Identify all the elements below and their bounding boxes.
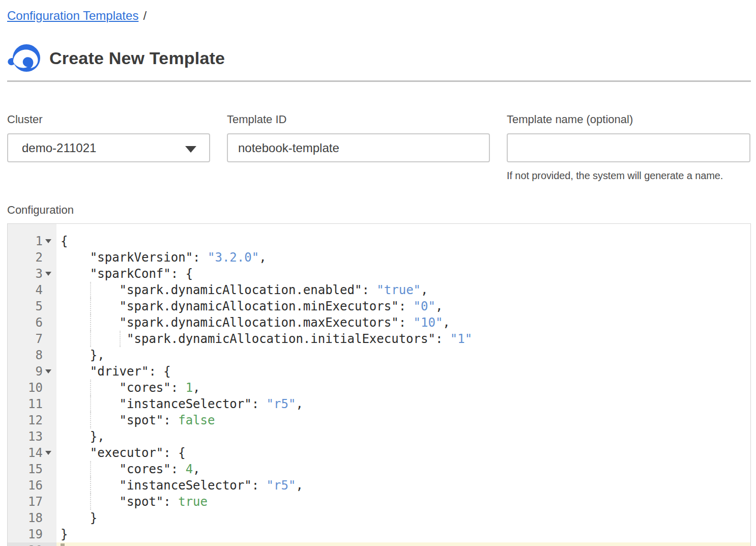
template-id-input[interactable] — [227, 133, 490, 162]
line-number: 19 — [28, 526, 43, 542]
page-title: Create New Template — [49, 48, 225, 68]
fold-arrow-icon[interactable] — [43, 266, 51, 282]
indent-guide — [90, 282, 91, 298]
indent-guide — [90, 331, 91, 347]
line-number: 5 — [36, 298, 43, 314]
line-number-cell: 15 — [8, 461, 56, 477]
fold-arrow-slot — [43, 396, 51, 412]
editor-line-7[interactable]: 7 "spark.dynamicAllocation.initialExecut… — [8, 331, 750, 347]
line-number-cell: 16 — [8, 477, 56, 494]
fold-arrow-icon[interactable] — [43, 445, 51, 461]
line-number-cell: 8 — [8, 347, 56, 363]
code-text: "instanceSelector": "r5", — [56, 396, 750, 412]
line-number-cell: 3 — [8, 266, 56, 282]
line-number-cell: 17 — [8, 494, 56, 510]
code-text: "spark.dynamicAllocation.minExecutors": … — [56, 298, 750, 314]
editor-line-2[interactable]: 2 "sparkVersion": "3.2.0", — [8, 249, 750, 266]
cluster-label: Cluster — [7, 113, 210, 126]
editor-line-13[interactable]: 13 }, — [8, 428, 750, 445]
editor-line-4[interactable]: 4 "spark.dynamicAllocation.enabled": "tr… — [8, 282, 750, 298]
editor-line-11[interactable]: 11 "instanceSelector": "r5", — [8, 396, 750, 412]
code-text: "spot": true — [56, 494, 750, 510]
fold-arrow-slot — [43, 412, 51, 428]
fold-arrow-slot — [43, 477, 51, 494]
ocean-wave-logo-icon — [7, 43, 41, 73]
fold-arrow-icon[interactable] — [43, 233, 51, 249]
fold-arrow-slot — [43, 510, 51, 526]
template-id-field-group: Template ID — [227, 113, 490, 182]
fold-arrow-slot — [43, 331, 51, 347]
fold-arrow-slot — [43, 380, 51, 396]
line-number: 10 — [28, 380, 43, 396]
line-number-cell: 9 — [8, 363, 56, 380]
indent-guide — [120, 331, 121, 347]
code-text: { — [56, 233, 750, 249]
fold-arrow-slot — [43, 282, 51, 298]
editor-line-1[interactable]: 1{ — [8, 233, 750, 249]
line-number-cell: 6 — [8, 314, 56, 331]
line-number: 8 — [36, 347, 43, 363]
editor-line-18[interactable]: 18 } — [8, 510, 750, 526]
fold-arrow-icon[interactable] — [43, 363, 51, 380]
code-text: "spot": false — [56, 412, 750, 428]
line-number-cell: 14 — [8, 445, 56, 461]
code-text: "cores": 1, — [56, 380, 750, 396]
fold-arrow-slot — [43, 347, 51, 363]
breadcrumb-link-configuration-templates[interactable]: Configuration Templates — [7, 9, 138, 22]
indent-guide — [90, 477, 91, 494]
cluster-field-group: Cluster demo-211021 — [7, 113, 210, 182]
page-header: Create New Template — [7, 43, 751, 73]
text-cursor — [61, 543, 65, 546]
breadcrumb-separator: / — [143, 9, 147, 22]
template-name-input[interactable] — [507, 133, 750, 162]
editor-line-5[interactable]: 5 "spark.dynamicAllocation.minExecutors"… — [8, 298, 750, 314]
page: Configuration Templates/ Create New Temp… — [0, 0, 756, 546]
line-number-cell: 4 — [8, 282, 56, 298]
code-text: "executor": { — [56, 445, 750, 461]
editor-line-15[interactable]: 15 "cores": 4, — [8, 461, 750, 477]
editor-line-19[interactable]: 19} — [8, 526, 750, 542]
editor-line-14[interactable]: 14 "executor": { — [8, 445, 750, 461]
editor-line-16[interactable]: 16 "instanceSelector": "r5", — [8, 477, 750, 494]
line-number: 13 — [28, 428, 43, 445]
line-number-cell: 5 — [8, 298, 56, 314]
line-number-cell: 11 — [8, 396, 56, 412]
line-number: 9 — [36, 363, 43, 380]
editor-lines: 1{2 "sparkVersion": "3.2.0",3 "sparkConf… — [8, 224, 750, 546]
fold-arrow-slot — [43, 314, 51, 331]
editor-line-10[interactable]: 10 "cores": 1, — [8, 380, 750, 396]
indent-guide — [90, 396, 91, 412]
line-number: 16 — [28, 477, 43, 494]
code-text — [56, 542, 750, 546]
editor-line-17[interactable]: 17 "spot": true — [8, 494, 750, 510]
editor-line-8[interactable]: 8 }, — [8, 347, 750, 363]
configuration-code-editor[interactable]: 1{2 "sparkVersion": "3.2.0",3 "sparkConf… — [7, 223, 751, 546]
template-form: Cluster demo-211021 Template ID Template… — [7, 113, 751, 182]
editor-line-20[interactable]: 20 — [8, 542, 750, 546]
code-text: }, — [56, 347, 750, 363]
code-text: "driver": { — [56, 363, 750, 380]
code-text: "spark.dynamicAllocation.initialExecutor… — [56, 331, 750, 347]
cluster-select[interactable]: demo-211021 — [7, 133, 210, 162]
fold-arrow-slot — [43, 494, 51, 510]
line-number: 7 — [36, 331, 43, 347]
line-number-cell: 18 — [8, 510, 56, 526]
code-text: "sparkVersion": "3.2.0", — [56, 249, 750, 266]
indent-guide — [90, 380, 91, 396]
line-number: 14 — [28, 445, 43, 461]
code-text: }, — [56, 428, 750, 445]
editor-line-9[interactable]: 9 "driver": { — [8, 363, 750, 380]
indent-guide — [90, 412, 91, 428]
line-number: 12 — [28, 412, 43, 428]
cluster-selected-value: demo-211021 — [22, 141, 96, 155]
line-number: 20 — [28, 542, 43, 546]
code-text: "instanceSelector": "r5", — [56, 477, 750, 494]
indent-guide — [90, 314, 91, 331]
editor-line-6[interactable]: 6 "spark.dynamicAllocation.maxExecutors"… — [8, 314, 750, 331]
editor-line-12[interactable]: 12 "spot": false — [8, 412, 750, 428]
line-number-cell: 12 — [8, 412, 56, 428]
line-number: 1 — [36, 233, 43, 249]
editor-line-3[interactable]: 3 "sparkConf": { — [8, 266, 750, 282]
template-name-field-group: Template name (optional) If not provided… — [507, 113, 750, 182]
line-number: 4 — [36, 282, 43, 298]
